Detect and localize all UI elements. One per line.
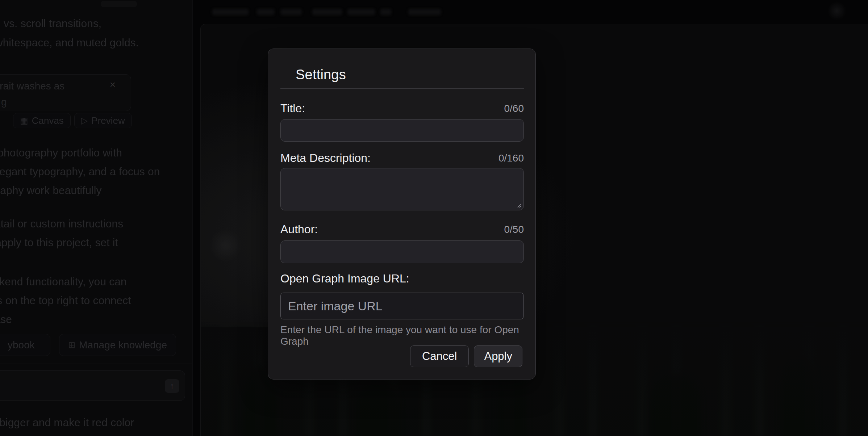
author-field-row: Author: 0/50 bbox=[280, 223, 524, 236]
cancel-button[interactable]: Cancel bbox=[410, 345, 469, 367]
author-label: Author: bbox=[280, 223, 318, 236]
settings-dialog: Settings Title: 0/60 Meta Description: 0… bbox=[268, 49, 536, 380]
dialog-actions: Cancel Apply bbox=[410, 345, 522, 367]
meta-description-char-counter: 0/160 bbox=[498, 152, 524, 164]
dialog-divider bbox=[280, 88, 524, 89]
og-image-url-input[interactable] bbox=[280, 293, 524, 319]
author-char-counter: 0/50 bbox=[504, 224, 524, 235]
meta-description-wrap bbox=[280, 168, 524, 210]
title-char-counter: 0/60 bbox=[504, 103, 524, 114]
resize-handle-icon[interactable] bbox=[516, 202, 522, 208]
title-label: Title: bbox=[280, 102, 305, 115]
author-input[interactable] bbox=[280, 240, 524, 263]
title-field-row: Title: 0/60 bbox=[280, 102, 524, 115]
og-image-url-label: Open Graph Image URL: bbox=[280, 272, 409, 285]
meta-description-field-row: Meta Description: 0/160 bbox=[280, 151, 524, 165]
og-image-field-row: Open Graph Image URL: bbox=[280, 272, 524, 285]
og-image-helper-text: Enter the URL of the image you want to u… bbox=[280, 324, 535, 347]
dialog-title: Settings bbox=[296, 68, 346, 81]
title-input[interactable] bbox=[280, 119, 524, 142]
meta-description-label: Meta Description: bbox=[280, 151, 371, 165]
apply-button[interactable]: Apply bbox=[474, 345, 522, 367]
meta-description-textarea[interactable] bbox=[280, 168, 524, 210]
